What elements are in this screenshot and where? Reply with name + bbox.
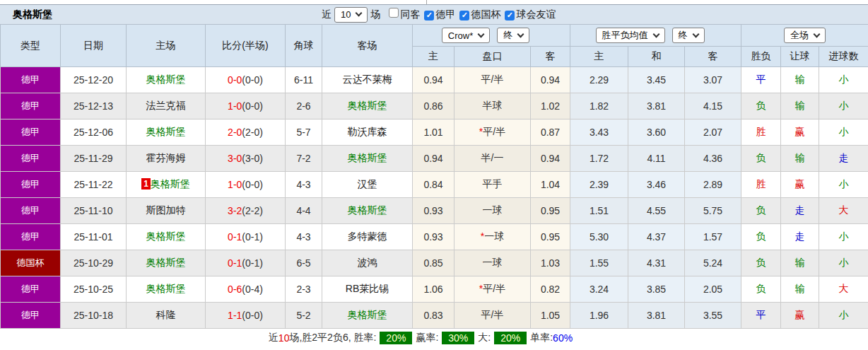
score-cell: 0-1(0-1)	[206, 250, 286, 276]
odds-stage-select[interactable]: 终	[497, 28, 529, 43]
odds-away-cell: 1.05	[531, 303, 570, 329]
score-cell: 2-0(2-0)	[206, 119, 286, 146]
odds-home-cell: 0.83	[413, 303, 454, 329]
home-team: 法兰克福	[127, 93, 206, 119]
odds-away-cell: 0.87	[531, 119, 570, 146]
handicap-text: 半球	[483, 100, 503, 111]
handicap-result-cell: 输	[781, 67, 819, 93]
avg-stage-select[interactable]: 终	[672, 28, 705, 43]
home-team-name: 奥格斯堡	[146, 74, 186, 85]
footer-near-count: 10	[278, 332, 290, 344]
col-header-type: 类型	[1, 25, 61, 67]
home-team: 奥格斯堡	[127, 119, 206, 146]
match-date: 25-11-01	[61, 224, 127, 250]
col-header-odds-away: 客	[531, 47, 570, 67]
scope-select[interactable]: 全场	[784, 28, 826, 43]
avg-home-cell: 2.29	[570, 67, 628, 93]
halftime-score: (3-0)	[242, 153, 263, 164]
score-cell: 1-0(0-0)	[206, 172, 286, 198]
away-team-name: 奥格斯堡	[348, 100, 387, 111]
home-team: 奥格斯堡	[127, 276, 206, 303]
filter-checkbox-1[interactable]: ✓	[424, 11, 434, 21]
away-team: 奥格斯堡	[322, 303, 413, 329]
avg-select[interactable]: 胜平负均值	[596, 28, 665, 43]
corners-cell: 6-11	[286, 67, 322, 93]
filter-checkbox-2[interactable]: ✓	[459, 11, 469, 21]
col-header-goals: 进球数	[819, 47, 868, 67]
filter-label[interactable]: 德国杯	[471, 8, 500, 20]
odds-home-cell: 0.84	[413, 172, 454, 198]
odds-home-cell: 1.01	[413, 119, 454, 146]
halftime-score: (2-0)	[242, 127, 263, 138]
handicap-cell: 平/半	[454, 67, 531, 93]
recent-count-select[interactable]: 10	[334, 7, 368, 23]
footer-near-label: 近	[269, 332, 278, 344]
score-cell: 1-1(0-0)	[206, 303, 286, 329]
avg-home-cell: 1.72	[570, 146, 628, 172]
league-badge: 德甲	[1, 119, 61, 146]
goals-result-cell: 小	[819, 119, 868, 146]
handicap-cell: 平/半	[454, 303, 531, 329]
avg-group-header: 胜平负均值 终	[570, 25, 741, 47]
avg-away-cell: 1.57	[685, 224, 741, 250]
odds-home-cell: 0.94	[413, 146, 454, 172]
handicap-text: 一球	[483, 204, 503, 216]
big-rate-badge: 20%	[494, 332, 527, 344]
avg-away-cell: 5.75	[685, 198, 741, 224]
table-row: 德甲 25-10-18 科隆 1-1(0-0) 5-2 奥格斯堡 0.83 平/…	[1, 303, 868, 329]
handicap-result-cell: 走	[781, 224, 819, 250]
odds-away-cell: 1.04	[531, 172, 570, 198]
filter-label[interactable]: 球会友谊	[516, 8, 556, 20]
odds-away-cell: 0.94	[531, 146, 570, 172]
halftime-score: (0-4)	[242, 284, 263, 295]
table-row: 德甲 25-11-29 霍芬海姆 3-0(3-0) 7-2 奥格斯堡 0.94 …	[1, 146, 868, 172]
result-cell: 负	[741, 146, 781, 172]
match-date: 25-12-06	[61, 119, 127, 146]
handicap-cell: 一球	[454, 250, 531, 276]
score-cell: 3-2(2-2)	[206, 198, 286, 224]
chevron-down-icon	[478, 30, 485, 37]
avg-away-cell: 2.89	[685, 172, 741, 198]
avg-away-cell: 3.55	[685, 303, 741, 329]
away-team-name: 奥格斯堡	[348, 309, 387, 320]
avg-home-cell: 1.96	[570, 303, 628, 329]
col-header-home: 主场	[127, 25, 206, 67]
avg-away-cell: 4.15	[685, 93, 741, 119]
goals-result-cell: 小	[819, 224, 868, 250]
footer-summary: 场,胜2平2负6,	[289, 332, 353, 344]
goals-result-cell: 小	[819, 67, 868, 93]
halftime-score: (0-0)	[242, 179, 263, 190]
match-date: 25-10-18	[61, 303, 127, 329]
handicap-result-cell: 走	[781, 198, 819, 224]
avg-home-cell: 1.82	[570, 93, 628, 119]
handicap-cell: *平/半	[454, 276, 531, 303]
handicap-rate-badge: 30%	[442, 332, 474, 344]
col-header-avg-draw: 和	[628, 47, 685, 67]
handicap-text: 半/一	[481, 152, 504, 163]
halftime-score: (0-1)	[242, 257, 263, 269]
result-cell: 平	[741, 303, 781, 329]
match-history-table: 类型 日期 主场 比分(半场) 角球 客场 Crow* 终	[0, 24, 868, 329]
away-team-name: 勒沃库森	[348, 126, 387, 137]
goals-result-cell: 走	[819, 146, 868, 172]
match-date: 25-10-29	[61, 250, 127, 276]
match-table-body: 德甲 25-12-20 奥格斯堡 0-0(0-0) 6-11 云达不莱梅 0.9…	[1, 67, 868, 329]
win-rate-badge: 20%	[380, 332, 412, 344]
result-cell: 负	[741, 198, 781, 224]
handicap-text: 平/半	[483, 283, 505, 294]
filter-checkbox-3[interactable]: ✓	[505, 11, 515, 21]
match-date: 25-12-20	[61, 67, 127, 93]
odds-company-select[interactable]: Crow*	[442, 28, 490, 43]
odds-away-cell: 1.02	[531, 93, 570, 119]
avg-draw-cell: 3.85	[628, 276, 685, 303]
filter-label[interactable]: 德甲	[435, 8, 455, 20]
league-badge: 德甲	[1, 276, 61, 303]
filter-checkbox-0[interactable]	[389, 8, 399, 18]
col-header-odds-home: 主	[413, 47, 454, 67]
filter-controls: 近 10 场 同客✓德甲✓德国杯✓球会友谊	[322, 5, 560, 24]
corners-cell: 5-7	[286, 119, 322, 146]
filter-label[interactable]: 同客	[400, 8, 420, 20]
home-team-name: 奥格斯堡	[146, 283, 186, 294]
away-team-name: 奥格斯堡	[348, 204, 387, 216]
home-team: 斯图加特	[127, 198, 206, 224]
